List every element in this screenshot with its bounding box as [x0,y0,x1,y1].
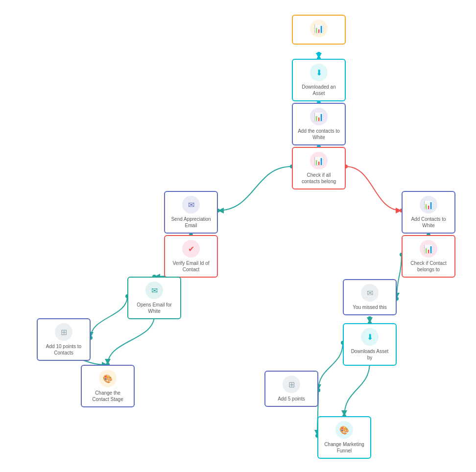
node-label-n10: You missed this [353,304,387,310]
node-label-n6: Add Contacts to White [407,216,450,229]
node-n10[interactable]: ✉You missed this [343,279,397,315]
node-label-n7: Verify Email Id of Contact [170,260,212,273]
node-label-n15: Change Marketing Funnel [323,441,365,454]
node-icon-n6: 📊 [420,196,437,213]
node-icon-n10: ✉ [361,284,379,302]
workflow-canvas: 📊⬇Downloaded an Asset📊Add the contacts t… [0,0,476,472]
node-label-n13: Change the Contact Stage [87,390,129,402]
node-label-n8: Check if Contact belongs to [407,260,450,273]
node-label-n9: Opens Email for White [133,302,175,314]
node-label-n5: Send Appreciation Email [170,216,212,229]
node-n9[interactable]: ✉Opens Email for White [127,277,181,319]
node-icon-n3: 📊 [310,108,328,125]
node-icon-n9: ✉ [145,282,163,299]
node-label-n2: Downloaded an Asset [298,84,340,96]
node-icon-n13: 🎨 [99,370,117,387]
node-label-n3: Add the contacts to White [298,128,340,141]
node-label-n4: Check if all contacts belong [298,172,340,185]
node-icon-n4: 📊 [310,152,328,169]
node-n4[interactable]: 📊Check if all contacts belong [292,147,346,189]
node-n7[interactable]: ✔Verify Email Id of Contact [164,235,218,278]
node-icon-n8: 📊 [420,240,437,258]
node-icon-n15: 🎨 [335,421,353,439]
node-n3[interactable]: 📊Add the contacts to White [292,103,346,145]
node-n11[interactable]: ⊞Add 10 points to Contacts [37,318,91,361]
node-icon-n1: 📊 [310,20,328,37]
node-label-n11: Add 10 points to Contacts [43,343,85,356]
node-n13[interactable]: 🎨Change the Contact Stage [81,365,135,407]
node-n1[interactable]: 📊 [292,15,346,45]
node-icon-n7: ✔ [182,240,200,258]
node-label-n12: Downloads Asset by [349,348,391,361]
node-n8[interactable]: 📊Check if Contact belongs to [402,235,455,278]
node-icon-n2: ⬇ [310,64,328,81]
svg-point-25 [368,316,372,320]
svg-point-3 [317,52,321,56]
node-icon-n11: ⊞ [55,323,72,341]
node-n14[interactable]: ⊞Add 5 points [264,371,318,407]
node-n12[interactable]: ⬇Downloads Asset by [343,323,397,366]
node-n2[interactable]: ⬇Downloaded an Asset [292,59,346,101]
node-icon-n14: ⊞ [283,376,300,393]
node-n5[interactable]: ✉Send Appreciation Email [164,191,218,234]
node-n6[interactable]: 📊Add Contacts to White [402,191,455,234]
node-icon-n5: ✉ [182,196,200,213]
node-icon-n12: ⬇ [361,328,379,346]
node-label-n14: Add 5 points [278,396,305,402]
node-n15[interactable]: 🎨Change Marketing Funnel [317,416,371,459]
